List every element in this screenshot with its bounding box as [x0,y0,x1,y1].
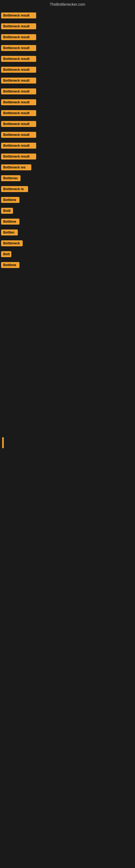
bottleneck-badge[interactable]: Bottleneck res [1,164,31,170]
bottleneck-badge[interactable]: Bottleneck result [1,110,36,116]
bottleneck-badge[interactable]: Bottlenec [1,175,20,181]
list-item: Bott [0,249,135,259]
list-item: Bottl [0,206,135,216]
bottleneck-badge[interactable]: Bottleneck result [1,78,36,84]
site-title: TheBottlenecker.com [0,0,135,9]
bottleneck-badge[interactable]: Bottleneck result [1,12,36,19]
site-header: TheBottlenecker.com [0,0,135,9]
list-item: Bottlene [0,216,135,227]
bottleneck-badge[interactable]: Bottleneck result [1,143,36,149]
bottleneck-badge[interactable]: Bottleneck result [1,99,36,105]
list-item: Bottleneck result [0,21,135,31]
list-item: Bottleneck res [0,162,135,173]
bottleneck-badge[interactable]: Bottleneck result [1,45,36,51]
list-item: Bottleneck result [0,86,135,97]
list-item: Bottlene [0,195,135,205]
bottleneck-badge[interactable]: Bottleneck result [1,67,36,73]
bottleneck-badge[interactable]: Bott [1,251,11,257]
list-item: Bottleneck result [0,32,135,42]
bottleneck-badge[interactable]: Bottlen [1,229,18,236]
bottleneck-badge[interactable]: Bottleneck result [1,154,36,159]
list-item: Bottleneck result [0,97,135,107]
list-item: Bottleneck result [0,130,135,140]
bottleneck-badge[interactable]: Bottlene [1,262,19,268]
bottleneck-badge[interactable]: Bottleneck result [1,132,36,138]
bottleneck-badge[interactable]: Bottleneck result [1,34,36,40]
list-item: Bottleneck [0,238,135,248]
list-item: Bottleneck result [0,43,135,53]
bottleneck-badge[interactable]: Bottl [1,208,13,214]
list-item: Bottleneck result [0,108,135,118]
list-item: Bottleneck result [0,151,135,162]
list-item: Bottleneck result [0,141,135,151]
list-item: Bottleneck result [0,65,135,75]
bottleneck-badge[interactable]: Bottlene [1,197,19,203]
list-item: Bottleneck re [0,184,135,194]
bottleneck-badge[interactable]: Bottleneck re [1,186,28,192]
list-item: Bottlene [0,260,135,270]
list-item: Bottlenec [0,173,135,183]
list-item: Bottleneck result [0,54,135,64]
bottleneck-badge[interactable]: Bottleneck result [1,56,36,62]
list-item: Bottleneck result [0,119,135,129]
bottleneck-badge[interactable]: Bottlene [1,219,19,225]
list-item: Bottlen [0,227,135,238]
bottleneck-badge[interactable]: Bottleneck result [1,23,36,29]
bottleneck-badge[interactable]: Bottleneck result [1,88,36,94]
list-item: Bottleneck result [0,10,135,21]
bottleneck-list: Bottleneck resultBottleneck resultBottle… [0,9,135,272]
list-item: Bottleneck result [0,75,135,86]
bottleneck-badge[interactable]: Bottleneck result [1,121,36,127]
bottleneck-badge[interactable]: Bottleneck [1,240,23,246]
